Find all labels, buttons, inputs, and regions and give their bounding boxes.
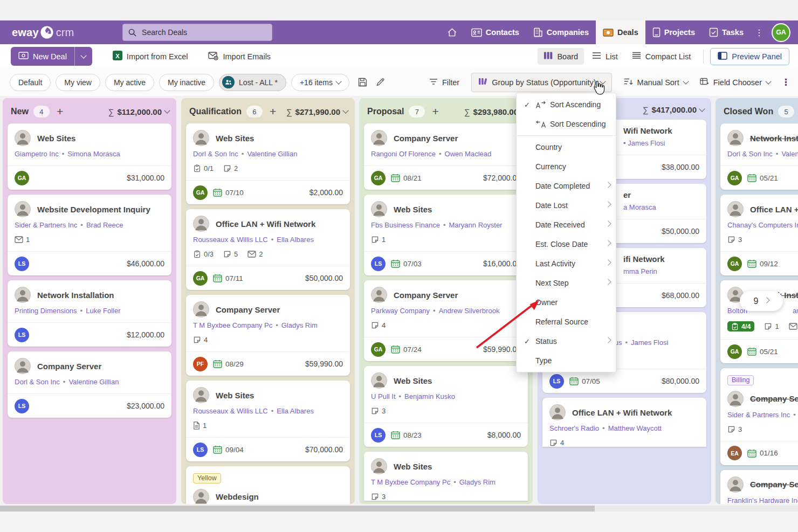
deal-card[interactable]: Company ServeFranklin's Hardware Inc — [720, 470, 798, 505]
company-link[interactable]: Printing Dimensions — [15, 307, 77, 315]
contact-link[interactable]: Valentine Gillian — [247, 150, 297, 158]
menu-item-owner[interactable]: Owner — [517, 293, 616, 312]
menu-item-sort-ascending[interactable]: ✓Sort Ascending — [517, 95, 616, 114]
add-card-button[interactable]: + — [270, 105, 276, 118]
company-link[interactable]: Sider & Partners Inc — [727, 411, 790, 419]
company-link[interactable]: T M Byxbee Company Pc — [193, 321, 272, 329]
contact-link[interactable]: Owen Maclead — [445, 150, 492, 158]
contact-link[interactable]: James Flosi — [631, 338, 668, 347]
save-view-button[interactable] — [358, 78, 367, 87]
deal-card[interactable]: BillingCompany ServeSider & Partners Inc… — [720, 368, 798, 465]
contact-link[interactable]: Andrew Silverbrook — [439, 307, 500, 315]
field-chooser-button[interactable]: Field Chooser — [700, 78, 771, 87]
contact-link[interactable]: mma Perin — [623, 267, 657, 275]
nav-projects[interactable]: Projects — [645, 20, 702, 44]
column-sum[interactable]: ∑$417,000.00 — [643, 105, 704, 114]
nav-overflow-icon[interactable]: ⋮ — [751, 27, 768, 38]
card-pagination-bubble[interactable]: 9 — [740, 291, 783, 311]
company-link[interactable]: Sider & Partners Inc — [15, 221, 77, 229]
deal-card[interactable]: Network InstallationPrinting Dimensions•… — [8, 280, 171, 347]
company-link[interactable]: Franklin's Hardware Inc — [727, 496, 798, 505]
menu-item-date-received[interactable]: Date Received — [517, 215, 616, 234]
company-link[interactable]: Giampetro Inc — [15, 150, 59, 158]
menu-item-country[interactable]: Country — [517, 137, 616, 157]
deal-card[interactable]: Office LAN + Wifi NetworkRousseaux & Wil… — [186, 209, 350, 290]
menu-item-sort-descending[interactable]: Sort Descending — [517, 114, 616, 134]
new-deal-dropdown-button[interactable] — [75, 47, 92, 66]
menu-item-last-activity[interactable]: Last Activity — [517, 254, 616, 273]
company-link[interactable]: Dorl & Son Inc — [193, 150, 238, 158]
add-card-button[interactable]: + — [57, 105, 63, 118]
view-compact-list-button[interactable]: Compact List — [626, 49, 697, 64]
deal-card[interactable]: Web SitesU Pull It•Benjamin Kusko3LS08/2… — [364, 366, 528, 447]
horizontal-scrollbar-track[interactable] — [0, 506, 798, 512]
deal-card[interactable]: Company ServerDorl & Son Inc•Valentine G… — [8, 351, 171, 418]
company-link[interactable]: Dorl & Son Inc — [727, 150, 773, 158]
contact-link[interactable]: a Morasca — [623, 203, 656, 211]
nav-contacts[interactable]: Contacts — [464, 20, 526, 44]
column-sum[interactable]: ∑$271,990.00 — [286, 107, 348, 116]
contact-link[interactable]: Gladys Rim — [281, 321, 318, 329]
menu-item-type[interactable]: Type — [517, 351, 616, 370]
deal-card[interactable]: Web SitesDorl & Son Inc•Valentine Gillia… — [186, 123, 350, 204]
nav-deals-active-tab[interactable]: Deals — [596, 20, 645, 44]
contact-link[interactable]: Luke Foller — [86, 307, 120, 315]
company-link[interactable]: T M Byxbee Company Pc — [371, 478, 450, 486]
deal-card[interactable]: Company ServerRangoni Of Florence•Owen M… — [364, 123, 528, 190]
deal-card[interactable]: Web SitesT M Byxbee Company Pc•Gladys Ri… — [364, 452, 528, 501]
contact-link[interactable]: Valentine Gillian — [68, 378, 119, 386]
search-box[interactable] — [122, 24, 272, 41]
nav-companies[interactable]: Companies — [526, 20, 596, 44]
company-link[interactable]: U Pull It — [371, 392, 396, 400]
contact-link[interactable]: Maryann Royster — [449, 221, 502, 229]
deal-card[interactable]: Company ServerParkway Company•Andrew Sil… — [364, 280, 528, 361]
deal-card[interactable]: Office LAN + Wifi NetworkSchroer's Radio… — [542, 398, 706, 447]
view-list-button[interactable]: List — [586, 49, 624, 64]
view-pill-my-inactive[interactable]: My inactive — [159, 74, 214, 91]
contact-link[interactable]: Brad Reece — [86, 221, 123, 229]
brand-logo[interactable]: eway crm — [12, 26, 74, 39]
company-link[interactable]: Rousseaux & Willis LLC — [193, 407, 268, 415]
deal-card[interactable]: Web SitesFbs Business Finance•Maryann Ro… — [364, 195, 528, 275]
deal-card[interactable]: Company ServerT M Byxbee Company Pc•Glad… — [186, 295, 350, 376]
menu-item-next-step[interactable]: Next Step — [517, 273, 616, 293]
company-link[interactable]: Dorl & Son Inc — [15, 378, 60, 386]
view-pill-lost-all-selected[interactable]: Lost - ALL * — [219, 74, 286, 91]
menu-item-date-lost[interactable]: Date Lost — [517, 196, 616, 215]
contact-link[interactable]: Gladys Rim — [459, 478, 496, 486]
deal-card[interactable]: YellowWebdesignRousseaux & Willis LLC•El… — [186, 466, 350, 504]
nav-home[interactable] — [440, 20, 464, 44]
manual-sort-button[interactable]: Manual Sort — [624, 78, 688, 87]
contact-link[interactable]: Benjamin Kusko — [404, 392, 455, 400]
view-board-button[interactable]: Board — [538, 48, 584, 65]
company-link[interactable]: Rousseaux & Willis LLC — [193, 236, 268, 244]
more-options-icon[interactable]: ⋮ — [781, 77, 790, 88]
search-input[interactable] — [141, 27, 245, 37]
menu-item-date-completed[interactable]: Date Completed — [517, 176, 616, 196]
deal-card[interactable]: Web SitesGiampetro Inc•Simona MorascaGA$… — [8, 123, 171, 190]
view-pill-my-active[interactable]: My active — [105, 74, 154, 91]
horizontal-scrollbar-thumb[interactable] — [0, 506, 595, 512]
filter-button[interactable]: Filter — [429, 78, 459, 87]
menu-item-status[interactable]: ✓Status — [517, 331, 616, 351]
contact-link[interactable]: Ella Albares — [277, 407, 314, 415]
more-views-pill[interactable]: +16 items — [291, 74, 349, 91]
user-avatar[interactable]: GA — [772, 23, 790, 42]
company-link[interactable]: Fbs Business Finance — [371, 221, 440, 229]
contact-link[interactable]: Valenti — [781, 150, 798, 158]
column-sum[interactable]: ∑$112,000.00 — [108, 107, 169, 116]
company-link[interactable]: Schroer's Radio — [549, 424, 599, 432]
view-pill-default[interactable]: Default — [10, 74, 51, 91]
company-link[interactable]: Parkway Company — [371, 307, 430, 315]
edit-view-button[interactable] — [376, 78, 385, 87]
import-from-excel-button[interactable]: X Import from Excel — [113, 51, 188, 62]
contact-link[interactable]: • James Flosi — [623, 139, 665, 147]
contact-link[interactable]: Matthew Waycott — [608, 424, 662, 432]
menu-item-currency[interactable]: Currency — [517, 157, 616, 176]
group-by-button[interactable]: Group by Status (Opportunity) — [471, 73, 611, 92]
company-link[interactable]: Chanay's Computers Inc — [727, 221, 798, 229]
import-emails-button[interactable]: Import Emails — [208, 51, 271, 62]
menu-item-referral-source[interactable]: Referral Source — [517, 312, 616, 331]
deal-card[interactable]: Website Development InquirySider & Partn… — [8, 195, 171, 275]
contact-link[interactable]: ame — [793, 307, 798, 315]
